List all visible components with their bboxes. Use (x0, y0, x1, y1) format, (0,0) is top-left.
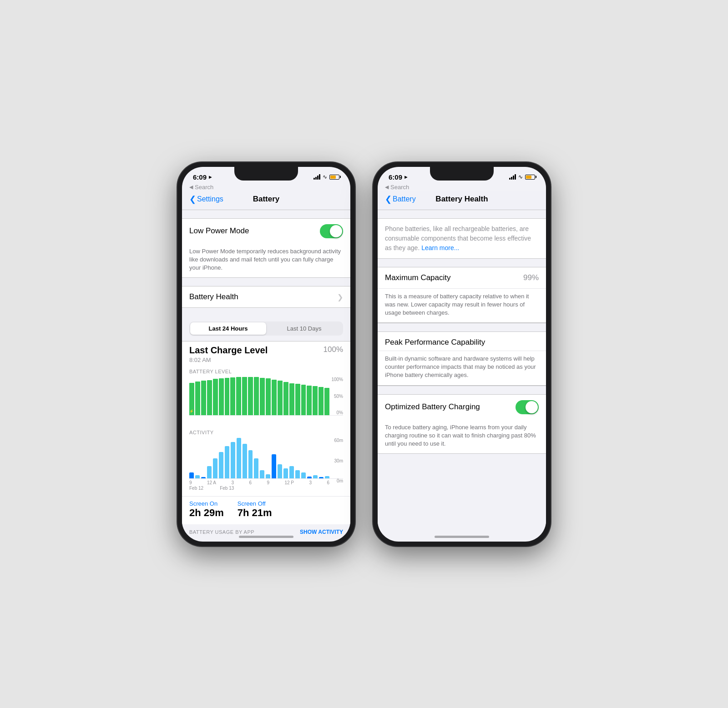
phone-1: 6:09 ► ∿ ◀ Search (177, 162, 355, 546)
app-usage-header: BATTERY USAGE BY APP SHOW ACTIVITY (182, 524, 350, 534)
search-label-1[interactable]: ◀ Search (182, 183, 350, 191)
gap-h2 (378, 259, 546, 267)
back-arrow-icon-1: ◀ (189, 184, 193, 190)
wifi-icon: ∿ (323, 174, 327, 180)
screen-on-label: Screen On (189, 500, 224, 507)
phone-1-screen: 6:09 ► ∿ ◀ Search (182, 167, 350, 542)
back-chevron-icon-1: ❮ (189, 194, 196, 204)
home-indicator-1[interactable] (239, 536, 293, 538)
nav-title-1: Battery (253, 195, 280, 204)
segment-10d[interactable]: Last 10 Days (266, 322, 342, 335)
signal-bars-icon (313, 174, 320, 180)
low-power-card: Low Power Mode Low Power Mode temporaril… (182, 218, 350, 278)
battery-level-label: BATTERY LEVEL (189, 369, 343, 374)
app-usage-title: BATTERY USAGE BY APP (189, 529, 254, 534)
screen-off-value: 7h 21m (238, 507, 272, 519)
wifi-icon-2: ∿ (518, 174, 523, 180)
signal-bars-icon-2 (509, 174, 516, 180)
battery-fill (330, 176, 336, 179)
status-icons-1: ∿ (313, 174, 339, 180)
battery-health-card: Battery Health ❯ (182, 286, 350, 308)
gap-1 (182, 210, 350, 218)
low-power-toggle[interactable] (320, 224, 343, 238)
capacity-row: Maximum Capacity 99% (378, 267, 546, 289)
battery-icon-2 (525, 175, 535, 180)
battery-chart-section: BATTERY LEVEL ⚡ (182, 365, 350, 426)
notch-2 (430, 167, 494, 181)
segment-24h[interactable]: Last 24 Hours (190, 322, 266, 335)
optimized-charging-toggle[interactable] (516, 400, 539, 414)
intro-card: Phone batteries, like all rechargeable b… (378, 218, 546, 259)
learn-more-link[interactable]: Learn more... (421, 244, 459, 251)
peak-performance-label: Peak Performance Capability (385, 338, 485, 346)
status-time-1: 6:09 ► (193, 173, 213, 181)
charge-section: Last Charge Level 8:02 AM 100% (182, 341, 350, 365)
back-chevron-icon-2: ❮ (385, 194, 392, 204)
optimized-toggle-knob (526, 401, 538, 413)
home-indicator-2[interactable] (435, 536, 489, 538)
battery-level-chart: ⚡ (189, 377, 343, 422)
charge-percent: 100% (324, 345, 343, 354)
battery-icon (329, 175, 339, 180)
battery-back-button[interactable]: ❮ Battery (385, 192, 416, 206)
phone-2: 6:09 ► ∿ ◀ Search (373, 162, 551, 546)
max-capacity-label: Maximum Capacity (385, 273, 451, 282)
peak-performance-card: Peak Performance Capability Built-in dyn… (378, 331, 546, 386)
battery-health-row[interactable]: Battery Health ❯ (182, 286, 350, 307)
lightning-icon: ⚡ (189, 409, 194, 413)
max-capacity-description: This is a measure of battery capacity re… (378, 289, 546, 323)
gap-h1 (378, 210, 546, 218)
screen-off-label: Screen Off (238, 500, 272, 507)
battery-y-labels: 100% 50% 0% (331, 377, 343, 415)
screen-off-item: Screen Off 7h 21m (238, 500, 272, 519)
activity-bars (189, 438, 343, 479)
low-power-description: Low Power Mode temporarily reduces backg… (182, 244, 350, 278)
back-arrow-icon-2: ◀ (385, 184, 389, 190)
show-activity-button[interactable]: SHOW ACTIVITY (300, 529, 343, 534)
screen-on-value: 2h 29m (189, 507, 224, 519)
battery-fill-2 (526, 176, 531, 179)
activity-chart: 60m 30m 0m 9 12 A 3 6 9 12 P 3 6 (189, 438, 343, 492)
battery-bars: ⚡ (189, 377, 343, 416)
activity-chart-section: ACTIVITY (182, 426, 350, 496)
settings-back-button[interactable]: ❮ Settings (189, 192, 223, 206)
charge-level-title: Last Charge Level (189, 345, 268, 356)
intro-description: Phone batteries, like all rechargeable b… (385, 224, 539, 253)
gap-h4 (378, 386, 546, 394)
activity-x-labels: 9 12 A 3 6 9 12 P 3 6 (189, 480, 343, 485)
low-power-row[interactable]: Low Power Mode (182, 219, 350, 244)
optimized-charging-row[interactable]: Optimized Battery Charging (378, 395, 546, 420)
nav-bar-1: ❮ Settings Battery (182, 191, 350, 210)
activity-y-labels: 60m 30m 0m (334, 438, 343, 483)
usage-row: Screen On 2h 29m Screen Off 7h 21m (182, 496, 350, 524)
status-time-2: 6:09 ► (389, 173, 409, 181)
date-labels: Feb 12 Feb 13 (189, 486, 343, 491)
nav-title-2: Battery Health (435, 195, 488, 204)
toggle-knob (330, 225, 342, 237)
content-1: Low Power Mode Low Power Mode temporaril… (182, 210, 350, 535)
gap-2 (182, 278, 350, 286)
peak-performance-description: Built-in dynamic software and hardware s… (378, 351, 546, 386)
content-2: Phone batteries, like all rechargeable b… (378, 210, 546, 535)
charge-time: 8:02 AM (189, 357, 268, 363)
search-label-2[interactable]: ◀ Search (378, 183, 546, 191)
max-capacity-card: Maximum Capacity 99% This is a measure o… (378, 267, 546, 324)
optimized-charging-description: To reduce battery aging, iPhone learns f… (378, 420, 546, 454)
nav-bar-2: ❮ Battery Battery Health (378, 191, 546, 210)
max-capacity-value: 99% (523, 273, 539, 282)
location-arrow-icon: ► (208, 174, 213, 180)
gap-h3 (378, 323, 546, 331)
low-power-label: Low Power Mode (189, 226, 249, 236)
gap-3 (182, 308, 350, 316)
battery-bar: ⚡ (189, 383, 194, 415)
segment-control[interactable]: Last 24 Hours Last 10 Days (189, 321, 343, 336)
screen-on-item: Screen On 2h 29m (189, 500, 224, 519)
optimized-charging-card: Optimized Battery Charging To reduce bat… (378, 394, 546, 454)
notch-1 (234, 167, 298, 181)
status-icons-2: ∿ (509, 174, 535, 180)
optimized-charging-label: Optimized Battery Charging (385, 402, 480, 412)
battery-health-chevron-icon: ❯ (337, 293, 343, 301)
location-arrow-icon-2: ► (404, 174, 409, 180)
activity-label: ACTIVITY (189, 430, 343, 435)
battery-health-label: Battery Health (189, 292, 238, 301)
